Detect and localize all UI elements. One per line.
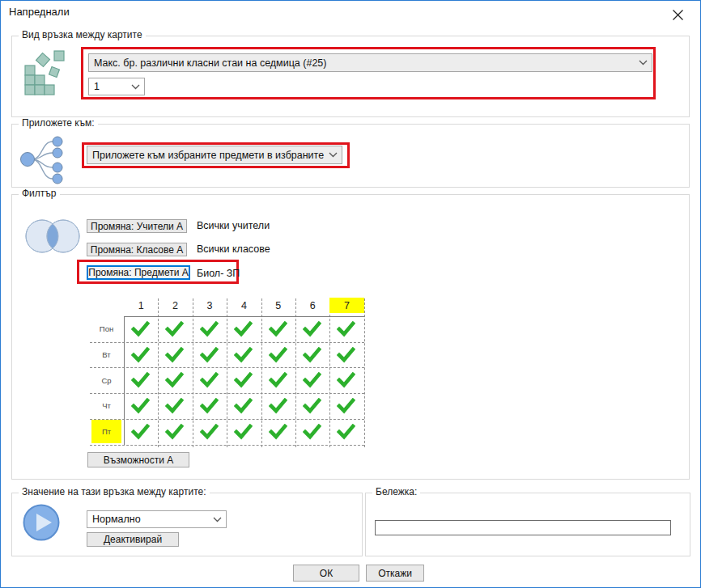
grid-cell-check[interactable]: [234, 372, 253, 388]
grid-cell-check[interactable]: [165, 321, 184, 337]
hierarchy-tree-icon: [20, 135, 67, 188]
chevron-down-icon: [329, 152, 338, 158]
grid-cell-check[interactable]: [337, 372, 355, 388]
constraint-count-select[interactable]: 1: [88, 78, 145, 95]
grid-line: [90, 393, 364, 394]
section-filter-label: Филтър: [19, 188, 60, 199]
grid-cell-check[interactable]: [303, 398, 321, 414]
chevron-down-icon: [639, 60, 648, 66]
grid-cell-check[interactable]: [337, 398, 355, 414]
change-classes-button[interactable]: Промяна: Класове А: [87, 243, 187, 256]
apply-to-value: Приложете към избраните предмети в избра…: [92, 150, 325, 161]
grid-cell-check[interactable]: [200, 398, 219, 414]
grid-cell-check[interactable]: [234, 321, 253, 337]
advanced-dialog: Напреднали Вид връзка между картите Макс…: [0, 0, 701, 588]
section-note-label: Бележка:: [372, 486, 420, 497]
section-card-relation: Вид връзка между картите: [11, 36, 690, 117]
deactivate-button[interactable]: Деактивирай: [87, 532, 179, 547]
grid-line: [90, 419, 364, 420]
grid-cell-check[interactable]: [303, 372, 321, 388]
grid-cell-check[interactable]: [234, 398, 253, 414]
section-apply-to-label: Приложете към:: [19, 117, 98, 129]
subjects-filter-value: Биол- ЗП: [197, 268, 240, 279]
change-subjects-button[interactable]: Промяна: Предмети А: [87, 265, 190, 280]
possibilities-button[interactable]: Възможности А: [87, 452, 189, 467]
note-input[interactable]: [375, 520, 671, 535]
day-header[interactable]: Пт: [91, 420, 121, 444]
period-header[interactable]: 1: [124, 298, 158, 313]
grid-cell-check[interactable]: [269, 347, 287, 363]
teachers-filter-value: Всички учители: [197, 220, 270, 231]
grid-cell-check[interactable]: [269, 321, 287, 337]
grid-line: [90, 342, 364, 343]
grid-cell-check[interactable]: [200, 347, 219, 363]
cards-scatter-icon: [23, 47, 75, 100]
grid-cell-check[interactable]: [131, 424, 150, 440]
classes-filter-value: Всички класове: [197, 243, 270, 255]
play-icon[interactable]: [22, 503, 61, 545]
grid-cell-check[interactable]: [131, 347, 150, 363]
day-header[interactable]: Пон: [91, 317, 121, 341]
chevron-down-icon: [131, 84, 140, 90]
constraint-count-value: 1: [94, 81, 128, 92]
grid-cell-check[interactable]: [337, 424, 355, 440]
grid-line: [158, 298, 159, 447]
grid-cell-check[interactable]: [337, 347, 355, 363]
ok-button[interactable]: ОК: [293, 565, 359, 582]
chevron-down-icon: [213, 517, 222, 522]
venn-diagram-icon: [20, 218, 83, 258]
grid-cell-check[interactable]: [200, 372, 219, 388]
cancel-button[interactable]: Откажи: [366, 565, 424, 582]
grid-cell-check[interactable]: [165, 372, 184, 388]
grid-line: [193, 298, 193, 447]
grid-line: [329, 298, 330, 447]
grid-line: [364, 298, 365, 447]
grid-cell-check[interactable]: [337, 321, 355, 337]
grid-line: [90, 367, 364, 368]
period-header[interactable]: 6: [295, 298, 329, 313]
grid-cell-check[interactable]: [269, 372, 287, 388]
period-header[interactable]: 2: [158, 298, 192, 313]
grid-line: [261, 298, 262, 447]
grid-cell-check[interactable]: [269, 424, 287, 440]
day-header[interactable]: Чт: [91, 394, 121, 418]
constraint-type-select[interactable]: Макс. бр. различни класни стаи на седмиц…: [88, 53, 652, 72]
dialog-title: Напреднали: [9, 6, 70, 18]
grid-cell-check[interactable]: [269, 398, 287, 414]
grid-cell-check[interactable]: [165, 424, 184, 440]
close-icon[interactable]: [672, 9, 685, 22]
grid-line: [90, 445, 364, 446]
constraint-type-value: Макс. бр. различни класни стаи на седмиц…: [94, 57, 635, 69]
day-header[interactable]: Ср: [91, 368, 121, 392]
meaning-value: Нормално: [92, 514, 210, 525]
period-header[interactable]: 4: [227, 298, 261, 313]
grid-cell-check[interactable]: [303, 321, 321, 337]
grid-cell-check[interactable]: [131, 372, 150, 388]
grid-cell-check[interactable]: [303, 424, 321, 440]
apply-to-select[interactable]: Приложете към избраните предмети в избра…: [87, 146, 342, 164]
grid-cell-check[interactable]: [200, 321, 219, 337]
grid-cell-check[interactable]: [234, 347, 253, 363]
period-header[interactable]: 5: [261, 298, 295, 313]
grid-cell-check[interactable]: [200, 424, 219, 440]
grid-cell-check[interactable]: [131, 398, 150, 414]
grid-line: [295, 298, 296, 447]
grid-cell-check[interactable]: [303, 347, 321, 363]
grid-cell-check[interactable]: [234, 424, 253, 440]
section-meaning-label: Значение на тази връзка между картите:: [19, 486, 210, 497]
section-card-relation-label: Вид връзка между картите: [19, 29, 146, 40]
period-header[interactable]: 3: [193, 298, 227, 313]
grid-line: [124, 316, 364, 317]
grid-cell-check[interactable]: [131, 321, 150, 337]
day-header[interactable]: Вт: [91, 343, 121, 367]
grid-line: [227, 298, 227, 447]
grid-cell-check[interactable]: [165, 347, 184, 363]
change-teachers-button[interactable]: Промяна: Учители А: [87, 219, 187, 233]
period-header[interactable]: 7: [329, 298, 363, 313]
grid-cell-check[interactable]: [165, 398, 184, 414]
meaning-select[interactable]: Нормално: [87, 510, 227, 528]
grid-line: [124, 316, 125, 445]
